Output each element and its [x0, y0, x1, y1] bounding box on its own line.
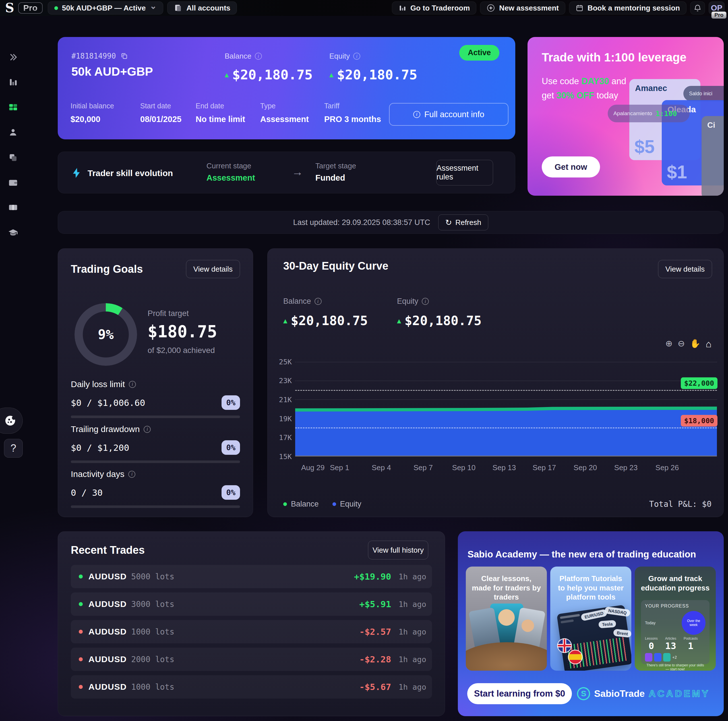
bar-chart-icon — [398, 4, 406, 12]
all-accounts-button[interactable]: All accounts — [167, 2, 237, 14]
up-arrow-icon — [283, 317, 287, 325]
sidebar-item-wallet[interactable] — [7, 176, 19, 189]
chart-balance-value: $20,180.75 — [291, 313, 368, 328]
book-mentoring-label: Book a mentoring session — [587, 4, 680, 12]
sabiotrade-logo[interactable]: S — [5, 2, 14, 14]
new-assessment-button[interactable]: New assessment — [480, 2, 565, 14]
gridline — [295, 381, 717, 381]
trade-row[interactable]: AUDUSD 5000 lots +$19.90 1h ago — [71, 565, 432, 588]
info-icon[interactable] — [144, 426, 151, 433]
go-to-traderoom-button[interactable]: Go to Traderoom — [392, 2, 476, 14]
profit-target-line: $22,000 — [295, 390, 717, 391]
top-bar: S Pro 50k AUD+GBP — Active All accounts … — [0, 0, 728, 16]
up-arrow-icon — [397, 317, 401, 325]
start-learning-button[interactable]: Start learning from $0 — [467, 683, 572, 704]
promo-line1: Use code DAY30 and — [542, 76, 626, 86]
academy-card-lessons[interactable]: Clear lessons, made for traders by trade… — [466, 566, 547, 670]
equity-view-details-button[interactable]: View details — [658, 260, 712, 278]
info-icon[interactable] — [353, 53, 360, 60]
sidebar-item-stats[interactable] — [7, 76, 19, 89]
help-button[interactable]: ? — [4, 439, 23, 458]
zoom-out-icon[interactable]: ⊖ — [678, 338, 685, 349]
drawdown-line-label: $18,000 — [681, 415, 717, 427]
trade-row[interactable]: AUDUSD 1000 lots -$5.67 1h ago — [71, 675, 432, 698]
go-to-traderoom-label: Go to Traderoom — [410, 4, 470, 12]
academy-card-tutorials[interactable]: Platform Tutorials to help you master pl… — [550, 566, 631, 670]
legend-dot — [283, 502, 287, 506]
get-now-button[interactable]: Get now — [542, 156, 600, 178]
metric-inactivity-days: Inactivity days 0 / 300% — [71, 469, 240, 508]
trade-row[interactable]: AUDUSD 2000 lots -$2.28 1h ago — [71, 648, 432, 671]
sidebar-item-dashboard-active[interactable] — [7, 101, 19, 114]
progress-track — [71, 416, 240, 418]
trade-direction-dot — [79, 657, 83, 661]
sidebar-item-academy[interactable] — [7, 227, 19, 239]
sidebar-item-profile[interactable] — [7, 126, 19, 139]
stat-initial-balance: Initial balance $20,000 — [70, 102, 114, 124]
trade-row[interactable]: AUDUSD 1000 lots -$2.57 1h ago — [71, 620, 432, 643]
assessment-rules-button[interactable]: Assessment rules — [436, 160, 493, 185]
equity-chart-plot[interactable]: $22,000 $18,000 — [295, 362, 717, 456]
zoom-in-icon[interactable]: ⊕ — [665, 338, 673, 349]
sidebar-expand-button[interactable] — [7, 51, 19, 63]
reset-home-icon[interactable]: ⌂ — [705, 338, 711, 349]
full-account-info-button[interactable]: Full account info — [389, 103, 508, 126]
account-selector[interactable]: 50k AUD+GBP — Active — [48, 2, 164, 14]
question-mark-icon: ? — [11, 442, 16, 454]
wallet-icon — [8, 177, 18, 188]
academy-card-progress[interactable]: Grow and track education progress YOUR P… — [635, 566, 716, 670]
sidebar-item-accounts[interactable] — [7, 151, 19, 164]
progress-track — [71, 505, 240, 508]
equity-curve-card: 30-Day Equity Curve View details Balance… — [267, 248, 724, 517]
stat-start-date: Start date 08/01/2025 — [140, 102, 181, 124]
info-icon[interactable] — [255, 53, 262, 60]
leverage-promo-banner: Trade with 1:100 leverage Use code DAY30… — [528, 37, 724, 196]
status-badge: Active — [459, 45, 499, 61]
view-full-history-button[interactable]: View full history — [368, 541, 428, 559]
info-icon[interactable] — [128, 471, 135, 478]
chart-footer: Balance Equity Total P&L: $0 — [283, 499, 711, 509]
copy-icon[interactable] — [121, 52, 128, 60]
x-tick: Sep 4 — [372, 463, 391, 472]
your-progress-widget: YOUR PROGRESS Today Over the week Lesson… — [641, 600, 710, 664]
user-icon — [8, 127, 18, 138]
chart-equity-block: Equity $20,180.75 — [397, 297, 482, 328]
y-tick: 25K — [279, 358, 292, 366]
info-icon[interactable] — [129, 381, 136, 388]
pro-plan-badge: Pro — [18, 2, 43, 14]
user-avatar[interactable]: OP Pro — [709, 2, 725, 14]
chart-equity-value: $20,180.75 — [404, 313, 482, 328]
calendar-icon — [575, 4, 584, 12]
equity-label: Equity — [329, 52, 350, 61]
target-stage: Target stage Funded — [315, 162, 356, 182]
sidebar-item-payments[interactable] — [7, 201, 19, 214]
sabiotrade-academy-logo: S SabioTrade ACADEMY — [577, 687, 710, 700]
legend-balance[interactable]: Balance — [283, 500, 319, 508]
grid-icon — [8, 103, 18, 113]
profit-target-line-label: $22,000 — [681, 377, 717, 389]
account-name: 50k AUD+GBP — [71, 65, 153, 78]
refresh-button[interactable]: Refresh — [438, 214, 489, 230]
trades-list: AUDUSD 5000 lots +$19.90 1h ago AUDUSD 3… — [71, 565, 432, 703]
spain-flag-icon — [568, 650, 583, 664]
drawdown-line: $18,000 — [295, 427, 717, 428]
stat-end-date: End date No time limit — [196, 102, 245, 124]
trade-row[interactable]: AUDUSD 3000 lots +$5.91 1h ago — [71, 592, 432, 616]
x-tick: Sep 13 — [492, 463, 516, 472]
notifications-button[interactable] — [690, 2, 705, 14]
goals-view-details-button[interactable]: View details — [186, 260, 240, 278]
gridline — [295, 362, 717, 362]
up-arrow-icon — [329, 71, 333, 79]
recent-trades-title: Recent Trades — [71, 544, 145, 556]
promo-discount: 30% OFF — [557, 90, 594, 100]
dashboard-page: S Pro 50k AUD+GBP — Active All accounts … — [0, 0, 728, 721]
pan-hand-icon[interactable]: ✋ — [690, 338, 700, 349]
info-icon[interactable] — [422, 298, 429, 305]
decorative-ground — [466, 642, 547, 670]
profit-target-block: Profit target $180.75 of $2,000 achieved — [148, 309, 217, 355]
legend-equity[interactable]: Equity — [332, 500, 361, 508]
y-tick: 19K — [279, 415, 292, 423]
info-icon[interactable] — [315, 298, 322, 305]
book-mentoring-button[interactable]: Book a mentoring session — [569, 2, 687, 14]
metric-daily-loss-limit: Daily loss limit $0 / $1,006.600% — [71, 380, 240, 418]
